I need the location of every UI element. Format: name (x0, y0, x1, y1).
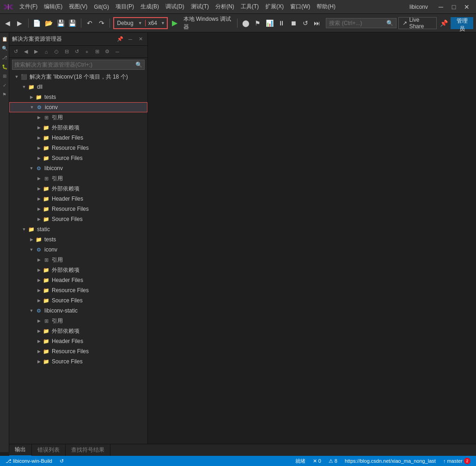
tree-node-libiconv[interactable]: ▼ ⚙ libiconv (9, 163, 147, 173)
debug-pause[interactable]: ⏸ (276, 18, 287, 29)
profiler-button[interactable]: 📊 (264, 18, 275, 29)
se-add-btn[interactable]: + (82, 47, 92, 56)
status-url[interactable]: https://blog.csdn.net/xiao_ma_nong_last (343, 456, 438, 466)
run-button[interactable]: ▶ (170, 18, 180, 29)
debug-restart[interactable]: ↺ (300, 18, 311, 29)
se-min-button[interactable]: ─ (126, 35, 134, 43)
menu-tools[interactable]: 工具(T) (238, 2, 262, 12)
menu-file[interactable]: 文件(F) (17, 2, 40, 12)
activity-search[interactable]: 🔍 (0, 44, 9, 52)
menu-extensions[interactable]: 扩展(X) (262, 2, 287, 12)
tree-node-static-iconv-ref[interactable]: ▶ ⊞ 引用 (9, 255, 147, 265)
tree-node-libiconv-source[interactable]: ▶ 📁 Source Files (9, 214, 147, 224)
undo-button[interactable]: ↶ (85, 18, 95, 29)
activity-bookmark[interactable]: ⚑ (0, 90, 9, 98)
breakpoint-button[interactable]: ⬤ (241, 18, 251, 29)
activity-debug[interactable]: 🐛 (0, 62, 9, 71)
status-git-branch[interactable]: ⎇ libiconv-win-Build (4, 456, 54, 466)
tree-node-iconv-ext[interactable]: ▶ 📁 外部依赖项 (9, 123, 147, 133)
activity-test[interactable]: ✓ (0, 81, 9, 89)
tree-node-solution[interactable]: ▼ ⬛ 解决方案 'libiconv'(18 个项目，共 18 个) (9, 72, 147, 82)
tree-node-libiconv-static-ref[interactable]: ▶ ⊞ 引用 (9, 316, 147, 326)
se-settings-btn[interactable]: ⚙ (103, 47, 112, 56)
tree-node-static-iconv-resource[interactable]: ▶ 📁 Resource Files (9, 285, 147, 295)
se-collapse-btn[interactable]: ⊟ (62, 47, 71, 56)
live-share-button[interactable]: ↗ Live Share (398, 17, 437, 29)
tab-output[interactable]: 输出 (9, 444, 32, 456)
close-button[interactable]: ✕ (461, 2, 472, 12)
tree-node-iconv-header[interactable]: ▶ 📁 Header Files (9, 133, 147, 143)
restore-button[interactable]: □ (448, 2, 459, 12)
debug-stop[interactable]: ⏹ (288, 18, 299, 29)
tab-find-symbols[interactable]: 查找符号结果 (66, 444, 110, 456)
debug-step[interactable]: ⏭ (312, 18, 323, 29)
tree-node-libiconv-static-source[interactable]: ▶ 📁 Source Files (9, 356, 147, 367)
tree-node-static-iconv-header[interactable]: ▶ 📁 Header Files (9, 275, 147, 285)
status-branch-sub[interactable]: ↑ master 2 (441, 456, 472, 466)
tree-node-dll-tests[interactable]: ▶ 📁 tests (9, 92, 147, 102)
se-sync-btn[interactable]: ↺ (11, 47, 20, 56)
pin-button[interactable]: 📌 (439, 18, 449, 29)
tree-node-libiconv-static-resource[interactable]: ▶ 📁 Resource Files (9, 346, 147, 356)
status-sync[interactable]: ↺ (58, 456, 66, 466)
tree-node-libiconv-static-ext[interactable]: ▶ 📁 外部依赖项 (9, 326, 147, 336)
menu-build[interactable]: 生成(B) (138, 2, 162, 12)
manage-button[interactable]: 管理员 (451, 17, 473, 29)
se-filter-btn[interactable]: ⏲ (52, 47, 61, 56)
tree-node-libiconv-ext[interactable]: ▶ 📁 外部依赖项 (9, 184, 147, 194)
menu-help[interactable]: 帮助(H) (314, 2, 338, 12)
menu-project[interactable]: 项目(P) (113, 2, 137, 12)
activity-explore[interactable]: 📋 (0, 35, 9, 43)
menu-test[interactable]: 测试(T) (188, 2, 212, 12)
save-button[interactable]: 💾 (55, 18, 66, 29)
search-input[interactable] (329, 20, 384, 26)
se-close-button[interactable]: ✕ (136, 35, 145, 43)
tree-node-static[interactable]: ▼ 📁 static (9, 224, 147, 234)
menu-debug[interactable]: 调试(D) (163, 2, 187, 12)
se-forward-btn[interactable]: ▶ (31, 47, 41, 56)
bookmark-button[interactable]: ⚑ (252, 18, 262, 29)
tree-node-iconv-ref[interactable]: ▶ ⊞ 引用 (9, 112, 147, 123)
se-pin-button[interactable]: 📌 (116, 35, 124, 43)
iconv-ext-expand: ▶ (35, 124, 43, 131)
tree-node-libiconv-ref[interactable]: ▶ ⊞ 引用 (9, 173, 147, 184)
platform-arrow[interactable]: ▼ (159, 21, 167, 25)
menu-window[interactable]: 窗口(W) (287, 2, 313, 12)
menu-edit[interactable]: 编辑(E) (41, 2, 65, 12)
status-ready[interactable]: 就绪 (293, 456, 307, 466)
tab-errors[interactable]: 错误列表 (32, 444, 66, 456)
se-back-btn[interactable]: ◀ (21, 47, 31, 56)
tree-node-dll[interactable]: ▼ 📁 dll (9, 82, 147, 92)
se-home-btn[interactable]: ⌂ (42, 47, 51, 56)
debug-config-arrow[interactable]: ▼ (136, 21, 144, 25)
tree-node-static-iconv-source[interactable]: ▶ 📁 Source Files (9, 295, 147, 306)
forward-button[interactable]: ▶ (15, 18, 25, 29)
open-button[interactable]: 📂 (43, 18, 54, 29)
tree-node-static-iconv[interactable]: ▼ ⚙ iconv (9, 245, 147, 255)
tree-node-iconv[interactable]: ▼ ⚙ iconv (9, 102, 147, 112)
menu-view[interactable]: 视图(V) (66, 2, 90, 12)
status-warnings[interactable]: ⚠ 8 (327, 456, 339, 466)
se-minus-btn[interactable]: ─ (113, 47, 122, 56)
se-search-input[interactable] (14, 61, 134, 68)
tree-node-libiconv-static[interactable]: ▼ ⚙ libiconv-static (9, 306, 147, 316)
se-refresh-btn[interactable]: ↺ (72, 47, 81, 56)
tree-node-static-tests[interactable]: ▶ 📁 tests (9, 234, 147, 245)
menu-git[interactable]: Git(G) (91, 3, 112, 11)
menu-analyze[interactable]: 分析(N) (213, 2, 237, 12)
tree-node-static-iconv-ext[interactable]: ▶ 📁 外部依赖项 (9, 265, 147, 275)
tree-node-libiconv-static-header[interactable]: ▶ 📁 Header Files (9, 336, 147, 346)
redo-button[interactable]: ↷ (97, 18, 107, 29)
tree-node-iconv-resource[interactable]: ▶ 📁 Resource Files (9, 143, 147, 153)
back-button[interactable]: ◀ (3, 18, 13, 29)
tree-node-libiconv-resource[interactable]: ▶ 📁 Resource Files (9, 204, 147, 214)
activity-git[interactable]: ⎇ (0, 53, 9, 61)
minimize-button[interactable]: ─ (435, 2, 446, 12)
tree-node-iconv-source[interactable]: ▶ 📁 Source Files (9, 153, 147, 163)
tree-node-libiconv-header[interactable]: ▶ 📁 Header Files (9, 194, 147, 204)
status-errors[interactable]: ✕ 0 (311, 456, 323, 466)
activity-extensions[interactable]: ⊞ (0, 72, 9, 80)
save-all-button[interactable]: 💾 (67, 18, 78, 29)
se-copy-btn[interactable]: ⊞ (92, 47, 102, 56)
new-file-button[interactable]: 📄 (32, 18, 42, 29)
